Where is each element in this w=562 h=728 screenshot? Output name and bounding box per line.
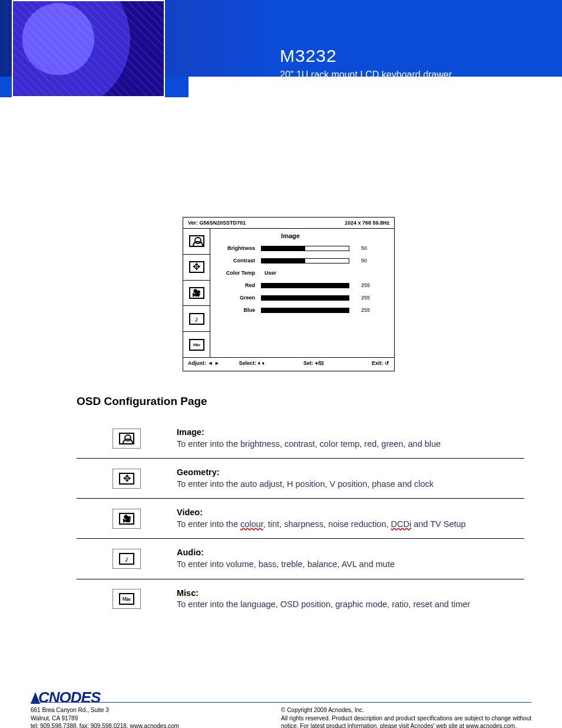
brightness-label: Brightness <box>216 245 261 251</box>
video-desc-post: and TV Setup <box>411 519 465 529</box>
config-desc-misc: To enter into the language, OSD position… <box>177 599 470 609</box>
config-row-video: Video: To enter into the colour, tint, s… <box>77 499 524 539</box>
config-heading: OSD Configuration Page <box>77 395 524 408</box>
video-icon <box>189 287 204 299</box>
product-title: M3232 <box>280 46 452 66</box>
osd-tab-video <box>183 281 210 307</box>
video-desc-pre: To enter into the <box>177 519 240 529</box>
config-row-audio: Audio: To enter into volume, bass, trebl… <box>77 539 524 579</box>
config-title-video: Video: <box>177 508 203 517</box>
osd-sidebar <box>183 229 210 357</box>
config-row-misc: Misc: To enter into the language, OSD po… <box>77 579 524 619</box>
audio-icon <box>189 313 204 325</box>
config-desc-geometry: To enter into the auto adjust, H positio… <box>177 479 434 489</box>
footer-rule <box>31 702 531 703</box>
config-icon-box <box>113 509 141 529</box>
osd-tab-misc <box>183 332 210 357</box>
osd-body: Image Brightness 50 Contrast 50 Color Te… <box>183 229 394 357</box>
brightness-value: 50 <box>349 245 367 251</box>
config-title-image: Image: <box>177 427 204 437</box>
config-text-video: Video: To enter into the colour, tint, s… <box>177 507 524 530</box>
osd-tab-geometry <box>183 255 210 281</box>
osd-main-panel: Image Brightness 50 Contrast 50 Color Te… <box>210 229 394 357</box>
footer-contact: tel: 909.598.7388, fax: 909.598.0218, ww… <box>31 723 179 728</box>
contrast-value: 50 <box>349 258 367 263</box>
header-text-block: M3232 20" 1U rack mount LCD keyboard dra… <box>280 46 452 95</box>
config-row-geometry: Geometry: To enter into the auto adjust,… <box>77 459 524 499</box>
subtitle-line-2: with 32 port Cat6 KVM Switch <box>280 83 405 93</box>
config-icon-cell <box>77 549 177 569</box>
footer-left: 661 Brea Canyon Rd., Suite 3 Walnut, CA … <box>31 706 281 728</box>
audio-icon <box>119 553 134 565</box>
footer-copyright: © Copyright 2009 Acnodes, Inc. <box>281 707 364 713</box>
config-row-image: Image: To enter into the brightness, con… <box>77 419 524 459</box>
page-header: M3232 20" 1U rack mount LCD keyboard dra… <box>0 0 562 97</box>
video-desc-mid: , tint, sharpness, noise reduction, <box>263 519 391 529</box>
circuit-board-image <box>12 0 165 97</box>
green-value: 255 <box>349 295 370 301</box>
config-icon-cell <box>77 429 177 449</box>
osd-row-contrast: Contrast 50 <box>216 258 388 263</box>
osd-panel-title: Image <box>193 232 388 239</box>
osd-row-green: Green 255 <box>216 295 388 301</box>
config-text-audio: Audio: To enter into volume, bass, trebl… <box>177 547 524 570</box>
contrast-bar <box>261 258 349 263</box>
person-icon <box>119 433 134 444</box>
config-icon-cell <box>77 469 177 489</box>
blue-label: Blue <box>216 307 261 313</box>
subtitle-line-1: 20" 1U rack mount LCD keyboard drawer <box>280 70 452 80</box>
product-subtitle: 20" 1U rack mount LCD keyboard drawer wi… <box>280 68 452 95</box>
blue-bar <box>261 308 349 313</box>
brightness-bar <box>261 246 349 251</box>
config-icon-box <box>113 589 141 609</box>
config-desc-audio: To enter into volume, bass, treble, bala… <box>177 559 395 569</box>
red-label: Red <box>216 282 261 288</box>
config-icon-box <box>113 429 141 449</box>
colortemp-value: User <box>261 270 276 276</box>
green-label: Green <box>216 295 261 301</box>
logo-text: CNODES <box>38 689 100 706</box>
geometry-icon <box>119 473 134 485</box>
config-text-geometry: Geometry: To enter into the auto adjust,… <box>177 467 524 490</box>
colortemp-label: Color Temp <box>216 270 261 276</box>
footer-address-1: 661 Brea Canyon Rd., Suite 3 <box>31 707 109 713</box>
config-title-geometry: Geometry: <box>177 467 220 477</box>
config-icon-cell <box>77 589 177 609</box>
footer-disclaimer: All rights reserved. Product description… <box>281 715 531 729</box>
config-text-misc: Misc: To enter into the language, OSD po… <box>177 588 524 611</box>
osd-config-section: OSD Configuration Page Image: To enter i… <box>77 395 524 619</box>
osd-row-colortemp: Color Temp User <box>216 270 388 276</box>
osd-resolution: 1024 x 768 59.8Hz <box>345 220 389 226</box>
blue-value: 255 <box>349 307 370 313</box>
misc-icon <box>189 339 204 351</box>
config-title-misc: Misc: <box>177 588 199 598</box>
acnodes-logo: CNODES <box>31 689 100 707</box>
osd-set-hint: Set: ●/⊟ <box>289 360 339 366</box>
footer-address-2: Walnut, CA 91789 <box>31 715 78 722</box>
misc-icon <box>119 593 134 605</box>
contrast-label: Contrast <box>216 258 261 263</box>
osd-row-red: Red 255 <box>216 282 388 288</box>
red-value: 255 <box>349 282 370 288</box>
config-text-image: Image: To enter into the brightness, con… <box>177 427 524 450</box>
config-desc-image: To enter into the brightness, contrast, … <box>177 439 441 449</box>
video-icon <box>119 513 134 525</box>
config-icon-box <box>113 469 141 489</box>
footer-right: © Copyright 2009 Acnodes, Inc. All right… <box>281 706 531 728</box>
osd-screenshot: Ver: G56SN20SSTD701 1024 x 768 59.8Hz Im… <box>183 217 395 371</box>
green-bar <box>261 295 349 301</box>
config-icon-cell <box>77 509 177 529</box>
config-icon-box <box>113 549 141 569</box>
osd-row-blue: Blue 255 <box>216 307 388 313</box>
video-word-dcdi: DCDi <box>391 519 412 529</box>
person-icon <box>189 235 204 247</box>
osd-bottom-bar: Adjust: ◄ ► Select: ♦ ♦ Set: ●/⊟ Exit: ↺ <box>183 357 394 368</box>
geometry-icon <box>189 261 204 273</box>
osd-row-brightness: Brightness 50 <box>216 245 388 251</box>
video-word-colour: colour <box>240 519 263 529</box>
osd-top-bar: Ver: G56SN20SSTD701 1024 x 768 59.8Hz <box>183 218 394 229</box>
osd-version: Ver: G56SN20SSTD701 <box>188 220 246 226</box>
osd-exit-hint: Exit: ↺ <box>339 360 390 366</box>
red-bar <box>261 283 349 288</box>
config-title-audio: Audio: <box>177 548 204 557</box>
